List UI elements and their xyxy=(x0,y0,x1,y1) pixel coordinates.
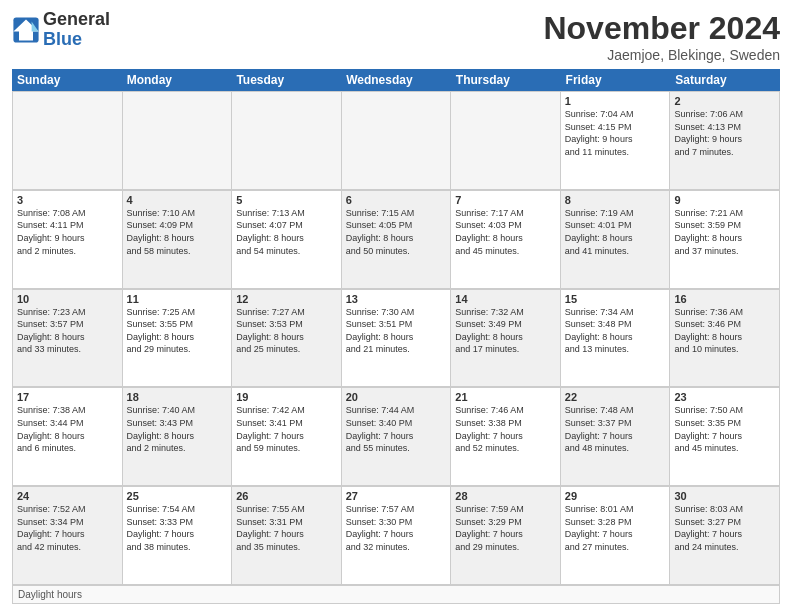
day-number: 25 xyxy=(127,490,228,502)
day-info: Sunrise: 7:06 AM Sunset: 4:13 PM Dayligh… xyxy=(674,108,775,158)
day-number: 11 xyxy=(127,293,228,305)
day-cell-w5-d4: 27Sunrise: 7:57 AM Sunset: 3:30 PM Dayli… xyxy=(342,487,452,585)
header-saturday: Saturday xyxy=(670,69,780,91)
day-number: 18 xyxy=(127,391,228,403)
day-cell-w1-d2 xyxy=(123,92,233,190)
day-cell-w3-d4: 13Sunrise: 7:30 AM Sunset: 3:51 PM Dayli… xyxy=(342,290,452,388)
day-cell-w2-d1: 3Sunrise: 7:08 AM Sunset: 4:11 PM Daylig… xyxy=(13,191,123,289)
day-info: Sunrise: 7:40 AM Sunset: 3:43 PM Dayligh… xyxy=(127,404,228,454)
day-number: 22 xyxy=(565,391,666,403)
day-cell-w5-d6: 29Sunrise: 8:01 AM Sunset: 3:28 PM Dayli… xyxy=(561,487,671,585)
day-number: 30 xyxy=(674,490,775,502)
day-number: 21 xyxy=(455,391,556,403)
day-number: 27 xyxy=(346,490,447,502)
day-number: 16 xyxy=(674,293,775,305)
day-cell-w3-d6: 15Sunrise: 7:34 AM Sunset: 3:48 PM Dayli… xyxy=(561,290,671,388)
location: Jaemjoe, Blekinge, Sweden xyxy=(543,47,780,63)
header-tuesday: Tuesday xyxy=(231,69,341,91)
day-cell-w4-d7: 23Sunrise: 7:50 AM Sunset: 3:35 PM Dayli… xyxy=(670,388,780,486)
day-info: Sunrise: 8:03 AM Sunset: 3:27 PM Dayligh… xyxy=(674,503,775,553)
week-row-5: 24Sunrise: 7:52 AM Sunset: 3:34 PM Dayli… xyxy=(12,486,780,585)
title-block: November 2024 Jaemjoe, Blekinge, Sweden xyxy=(543,10,780,63)
day-cell-w1-d4 xyxy=(342,92,452,190)
header-sunday: Sunday xyxy=(12,69,122,91)
day-info: Sunrise: 7:08 AM Sunset: 4:11 PM Dayligh… xyxy=(17,207,118,257)
week-row-4: 17Sunrise: 7:38 AM Sunset: 3:44 PM Dayli… xyxy=(12,387,780,486)
day-cell-w2-d5: 7Sunrise: 7:17 AM Sunset: 4:03 PM Daylig… xyxy=(451,191,561,289)
day-number: 28 xyxy=(455,490,556,502)
day-info: Sunrise: 7:44 AM Sunset: 3:40 PM Dayligh… xyxy=(346,404,447,454)
day-info: Sunrise: 7:50 AM Sunset: 3:35 PM Dayligh… xyxy=(674,404,775,454)
day-info: Sunrise: 7:38 AM Sunset: 3:44 PM Dayligh… xyxy=(17,404,118,454)
day-number: 14 xyxy=(455,293,556,305)
header-thursday: Thursday xyxy=(451,69,561,91)
day-info: Sunrise: 7:15 AM Sunset: 4:05 PM Dayligh… xyxy=(346,207,447,257)
header-monday: Monday xyxy=(122,69,232,91)
page: General Blue November 2024 Jaemjoe, Blek… xyxy=(0,0,792,612)
day-info: Sunrise: 7:46 AM Sunset: 3:38 PM Dayligh… xyxy=(455,404,556,454)
month-title: November 2024 xyxy=(543,10,780,47)
day-info: Sunrise: 7:55 AM Sunset: 3:31 PM Dayligh… xyxy=(236,503,337,553)
day-info: Sunrise: 7:34 AM Sunset: 3:48 PM Dayligh… xyxy=(565,306,666,356)
day-number: 5 xyxy=(236,194,337,206)
day-cell-w2-d2: 4Sunrise: 7:10 AM Sunset: 4:09 PM Daylig… xyxy=(123,191,233,289)
day-cell-w3-d2: 11Sunrise: 7:25 AM Sunset: 3:55 PM Dayli… xyxy=(123,290,233,388)
day-cell-w1-d7: 2Sunrise: 7:06 AM Sunset: 4:13 PM Daylig… xyxy=(670,92,780,190)
day-number: 3 xyxy=(17,194,118,206)
day-cell-w4-d3: 19Sunrise: 7:42 AM Sunset: 3:41 PM Dayli… xyxy=(232,388,342,486)
day-number: 9 xyxy=(674,194,775,206)
day-cell-w5-d5: 28Sunrise: 7:59 AM Sunset: 3:29 PM Dayli… xyxy=(451,487,561,585)
day-info: Sunrise: 7:17 AM Sunset: 4:03 PM Dayligh… xyxy=(455,207,556,257)
week-row-1: 1Sunrise: 7:04 AM Sunset: 4:15 PM Daylig… xyxy=(12,91,780,190)
day-number: 10 xyxy=(17,293,118,305)
day-number: 4 xyxy=(127,194,228,206)
day-info: Sunrise: 7:23 AM Sunset: 3:57 PM Dayligh… xyxy=(17,306,118,356)
day-cell-w4-d2: 18Sunrise: 7:40 AM Sunset: 3:43 PM Dayli… xyxy=(123,388,233,486)
header-wednesday: Wednesday xyxy=(341,69,451,91)
logo-blue-text: Blue xyxy=(43,30,110,50)
day-info: Sunrise: 7:21 AM Sunset: 3:59 PM Dayligh… xyxy=(674,207,775,257)
day-number: 7 xyxy=(455,194,556,206)
day-info: Sunrise: 7:27 AM Sunset: 3:53 PM Dayligh… xyxy=(236,306,337,356)
day-info: Sunrise: 8:01 AM Sunset: 3:28 PM Dayligh… xyxy=(565,503,666,553)
day-cell-w4-d4: 20Sunrise: 7:44 AM Sunset: 3:40 PM Dayli… xyxy=(342,388,452,486)
day-info: Sunrise: 7:36 AM Sunset: 3:46 PM Dayligh… xyxy=(674,306,775,356)
day-cell-w4-d6: 22Sunrise: 7:48 AM Sunset: 3:37 PM Dayli… xyxy=(561,388,671,486)
day-cell-w1-d3 xyxy=(232,92,342,190)
day-number: 15 xyxy=(565,293,666,305)
logo-general-text: General xyxy=(43,10,110,30)
day-info: Sunrise: 7:57 AM Sunset: 3:30 PM Dayligh… xyxy=(346,503,447,553)
day-info: Sunrise: 7:48 AM Sunset: 3:37 PM Dayligh… xyxy=(565,404,666,454)
logo: General Blue xyxy=(12,10,110,50)
header: General Blue November 2024 Jaemjoe, Blek… xyxy=(12,10,780,63)
day-number: 24 xyxy=(17,490,118,502)
logo-icon xyxy=(12,16,40,44)
day-cell-w2-d3: 5Sunrise: 7:13 AM Sunset: 4:07 PM Daylig… xyxy=(232,191,342,289)
week-row-3: 10Sunrise: 7:23 AM Sunset: 3:57 PM Dayli… xyxy=(12,289,780,388)
calendar: Sunday Monday Tuesday Wednesday Thursday… xyxy=(12,69,780,604)
calendar-body: 1Sunrise: 7:04 AM Sunset: 4:15 PM Daylig… xyxy=(12,91,780,604)
header-friday: Friday xyxy=(561,69,671,91)
day-number: 26 xyxy=(236,490,337,502)
day-number: 6 xyxy=(346,194,447,206)
day-number: 29 xyxy=(565,490,666,502)
day-cell-w4-d5: 21Sunrise: 7:46 AM Sunset: 3:38 PM Dayli… xyxy=(451,388,561,486)
day-info: Sunrise: 7:13 AM Sunset: 4:07 PM Dayligh… xyxy=(236,207,337,257)
day-cell-w5-d3: 26Sunrise: 7:55 AM Sunset: 3:31 PM Dayli… xyxy=(232,487,342,585)
day-info: Sunrise: 7:10 AM Sunset: 4:09 PM Dayligh… xyxy=(127,207,228,257)
day-info: Sunrise: 7:19 AM Sunset: 4:01 PM Dayligh… xyxy=(565,207,666,257)
day-number: 12 xyxy=(236,293,337,305)
day-info: Sunrise: 7:04 AM Sunset: 4:15 PM Dayligh… xyxy=(565,108,666,158)
day-cell-w5-d1: 24Sunrise: 7:52 AM Sunset: 3:34 PM Dayli… xyxy=(13,487,123,585)
day-cell-w3-d5: 14Sunrise: 7:32 AM Sunset: 3:49 PM Dayli… xyxy=(451,290,561,388)
day-cell-w2-d7: 9Sunrise: 7:21 AM Sunset: 3:59 PM Daylig… xyxy=(670,191,780,289)
day-info: Sunrise: 7:25 AM Sunset: 3:55 PM Dayligh… xyxy=(127,306,228,356)
daylight-row: Daylight hours xyxy=(12,585,780,604)
day-number: 1 xyxy=(565,95,666,107)
day-number: 13 xyxy=(346,293,447,305)
day-cell-w5-d2: 25Sunrise: 7:54 AM Sunset: 3:33 PM Dayli… xyxy=(123,487,233,585)
calendar-header: Sunday Monday Tuesday Wednesday Thursday… xyxy=(12,69,780,91)
day-number: 20 xyxy=(346,391,447,403)
day-number: 8 xyxy=(565,194,666,206)
day-number: 19 xyxy=(236,391,337,403)
